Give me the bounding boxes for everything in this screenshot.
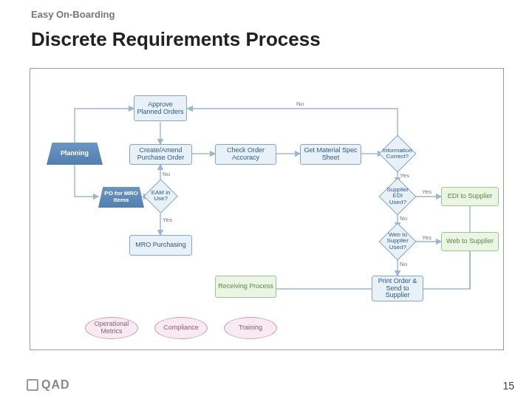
logo-icon: [27, 379, 38, 391]
node-eam-label: EAM in Use?: [151, 190, 171, 202]
node-compliance: Compliance: [154, 317, 208, 339]
node-spec-label: Get Material Spec Sheet: [302, 147, 359, 162]
node-create: Create/Amend Purchase Order: [129, 144, 192, 165]
label-yes-info: Yes: [400, 172, 409, 179]
label-yes-web: Yes: [422, 234, 432, 241]
node-print: Print Order & Send to Supplier: [372, 276, 423, 301]
slide-subtitle: Easy On-Boarding: [31, 9, 115, 20]
node-planning-label: Planning: [61, 150, 89, 157]
node-info-label: Information Correct?: [383, 148, 412, 160]
node-edi: EDI to Supplier: [441, 187, 499, 206]
page-number: 15: [502, 380, 514, 392]
node-mro-purchasing-label: MRO Purchasing: [135, 242, 186, 249]
node-receiving-label: Receiving Process: [218, 283, 273, 290]
node-approve: Approve Planned Orders: [134, 95, 187, 121]
node-web-label: Web to Supplier: [446, 238, 494, 245]
label-yes-edi: Yes: [422, 188, 432, 195]
node-metrics-label: Operational Metrics: [87, 321, 136, 335]
label-no-web: No: [400, 261, 407, 267]
node-edi-q-label: Supplier EDI Used?: [386, 187, 409, 205]
logo-text: QAD: [41, 378, 70, 392]
node-spec: Get Material Spec Sheet: [300, 144, 361, 165]
node-web-q-label: Web to Supplier Used?: [386, 232, 409, 250]
node-po-mro: PO for MRO Items: [98, 187, 144, 208]
logo: QAD: [27, 378, 70, 392]
node-compliance-label: Compliance: [163, 324, 199, 332]
node-check-label: Check Order Accuracy: [217, 147, 274, 162]
label-yes-eam: Yes: [163, 216, 172, 223]
node-check: Check Order Accuracy: [215, 144, 276, 165]
node-metrics: Operational Metrics: [85, 317, 138, 339]
node-training-label: Training: [239, 324, 262, 332]
slide-title: Discrete Requirements Process: [31, 28, 321, 51]
node-planning: Planning: [47, 143, 103, 165]
diagram-canvas: Planning Approve Planned Orders Create/A…: [30, 68, 504, 350]
node-training: Training: [224, 317, 277, 339]
node-edi-label: EDI to Supplier: [448, 193, 493, 200]
node-receiving: Receiving Process: [215, 276, 276, 298]
node-mro-purchasing: MRO Purchasing: [129, 235, 192, 256]
slide: Easy On-Boarding Discrete Requirements P…: [0, 0, 532, 399]
node-create-label: Create/Amend Purchase Order: [132, 147, 190, 162]
node-approve-label: Approve Planned Orders: [136, 101, 185, 116]
node-po-mro-label: PO for MRO Items: [100, 191, 143, 204]
label-no-top: No: [296, 100, 304, 107]
connector-lines: [30, 69, 503, 349]
label-no-eam: No: [163, 171, 170, 177]
node-web: Web to Supplier: [441, 232, 499, 251]
label-no-edi: No: [400, 215, 407, 222]
node-print-label: Print Order & Send to Supplier: [374, 278, 421, 300]
